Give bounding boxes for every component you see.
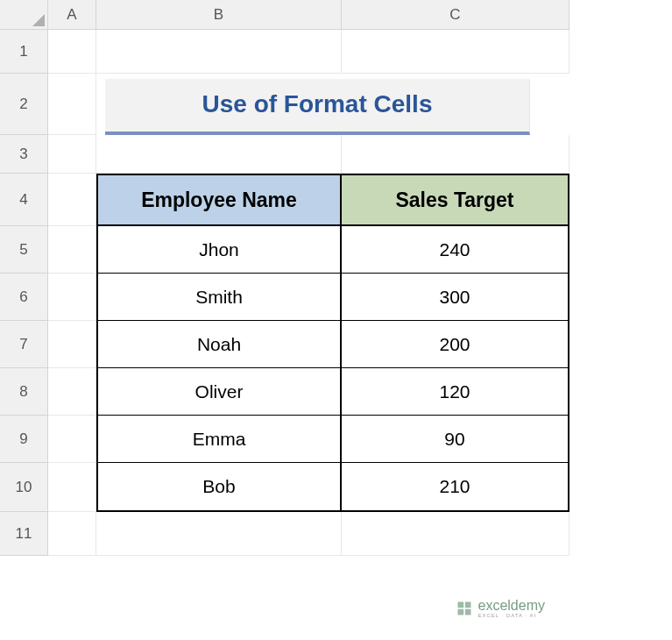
cell-c3[interactable]: [342, 135, 569, 174]
table-row[interactable]: 200: [342, 321, 569, 368]
exceldemy-logo-icon: [456, 600, 473, 617]
row-header-2[interactable]: 2: [0, 74, 48, 135]
cell-b11[interactable]: [96, 512, 342, 556]
table-row[interactable]: Bob: [96, 463, 342, 512]
cell-a10[interactable]: [48, 463, 96, 512]
cell-c11[interactable]: [342, 512, 569, 556]
col-header-b[interactable]: B: [96, 0, 342, 30]
cell-c1[interactable]: [342, 30, 569, 74]
table-row[interactable]: 120: [342, 368, 569, 416]
row-header-1[interactable]: 1: [0, 30, 48, 74]
cell-a7[interactable]: [48, 321, 96, 368]
cell-a8[interactable]: [48, 368, 96, 416]
row-header-8[interactable]: 8: [0, 368, 48, 416]
table-row[interactable]: Emma: [96, 416, 342, 463]
spreadsheet-grid: A B C 1 2 Use of Format Cells 3 4 Employ…: [0, 0, 672, 556]
row-header-10[interactable]: 10: [0, 463, 48, 512]
row-header-11[interactable]: 11: [0, 512, 48, 556]
watermark: exceldemy EXCEL · DATA · AI: [456, 599, 545, 618]
table-row[interactable]: Noah: [96, 321, 342, 368]
row-header-5[interactable]: 5: [0, 226, 48, 274]
row-header-6[interactable]: 6: [0, 274, 48, 321]
row-header-9[interactable]: 9: [0, 416, 48, 463]
col-header-c[interactable]: C: [342, 0, 569, 30]
cell-a9[interactable]: [48, 416, 96, 463]
table-row[interactable]: Jhon: [96, 226, 342, 274]
cell-b1[interactable]: [96, 30, 342, 74]
cell-a6[interactable]: [48, 274, 96, 321]
table-row[interactable]: Smith: [96, 274, 342, 321]
cell-a2[interactable]: [48, 74, 96, 135]
cell-a4[interactable]: [48, 174, 96, 226]
col-header-a[interactable]: A: [48, 0, 96, 30]
row-header-4[interactable]: 4: [0, 174, 48, 226]
row-header-3[interactable]: 3: [0, 135, 48, 174]
cell-a3[interactable]: [48, 135, 96, 174]
cell-a11[interactable]: [48, 512, 96, 556]
table-header-name[interactable]: Employee Name: [96, 174, 342, 226]
table-row[interactable]: 210: [342, 463, 569, 512]
table-row[interactable]: Oliver: [96, 368, 342, 416]
table-row[interactable]: 300: [342, 274, 569, 321]
title-cell[interactable]: Use of Format Cells: [105, 79, 530, 135]
cell-b3[interactable]: [96, 135, 342, 174]
cell-a1[interactable]: [48, 30, 96, 74]
table-row[interactable]: 90: [342, 416, 569, 463]
table-header-target[interactable]: Sales Target: [342, 174, 569, 226]
watermark-main: exceldemy: [478, 599, 545, 613]
watermark-sub: EXCEL · DATA · AI: [478, 613, 545, 618]
row-header-7[interactable]: 7: [0, 321, 48, 368]
select-all-corner[interactable]: [0, 0, 48, 30]
cell-a5[interactable]: [48, 226, 96, 274]
table-row[interactable]: 240: [342, 226, 569, 274]
